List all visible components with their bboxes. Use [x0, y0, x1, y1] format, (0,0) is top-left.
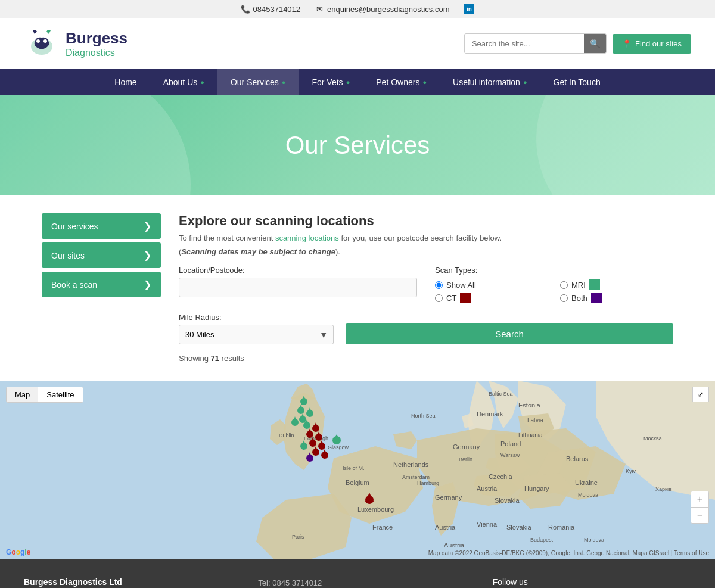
nav-item-contact[interactable]: Get In Touch — [540, 69, 614, 95]
map-zoom-in-button[interactable]: + — [691, 491, 708, 507]
svg-text:Dublin: Dublin — [279, 433, 294, 438]
nav-about-label: About Us — [163, 77, 198, 87]
svg-text:Czechia: Czechia — [489, 473, 513, 480]
svg-text:Berlin: Berlin — [459, 456, 472, 462]
svg-text:Belgium: Belgium — [346, 479, 369, 486]
radio-mri: MRI — [560, 279, 673, 290]
map-attribution: Map data ©2022 GeoBasis-DE/BKG (©2009), … — [428, 550, 709, 556]
scan-types-label: Scan Types: — [435, 266, 673, 275]
mri-color-swatch — [589, 279, 600, 290]
sidebar-item-our-sites[interactable]: Our sites ❯ — [42, 242, 161, 268]
sidebar-book-scan-label: Book a scan — [51, 280, 97, 290]
footer-contact-col: Tel: 0845 3714012 Email: enquiries@burge… — [258, 577, 456, 588]
svg-text:Poland: Poland — [500, 440, 521, 447]
phone-icon: 📞 — [241, 4, 250, 14]
map-svg: Estonia Latvia Lithuania Denmark Netherl… — [0, 381, 715, 559]
svg-text:Moldova: Moldova — [578, 492, 598, 498]
both-color-swatch — [591, 293, 602, 303]
footer-company-name: Burgess Diagnostics Ltd — [24, 577, 222, 587]
nav-useful-label: Useful information — [453, 77, 520, 87]
ct-color-swatch — [460, 293, 471, 303]
map-tab-map[interactable]: Map — [7, 387, 38, 402]
form-row-1: Location/Postcode: Scan Types: Show All … — [179, 266, 673, 303]
radio-ct-label: CT — [446, 294, 456, 303]
search-submit-button[interactable]: 🔍 — [584, 34, 606, 53]
radio-both-input[interactable] — [560, 294, 568, 302]
email-icon: ✉ — [315, 4, 324, 14]
map-expand-button[interactable]: ⤢ — [692, 387, 709, 402]
mile-row: Mile Radius: 5 Miles 10 Miles 20 Miles 3… — [179, 313, 673, 344]
google-logo: Google — [6, 548, 30, 556]
footer-tel: Tel: 0845 3714012 — [258, 577, 456, 588]
sidebar-our-sites-label: Our sites — [51, 251, 85, 260]
svg-text:Glasgow: Glasgow — [328, 444, 349, 450]
logo[interactable]: Burgess Diagnostics — [24, 26, 128, 61]
footer-social-col: Follow us in Burgess Diagnostics Ltd 202… — [493, 577, 691, 588]
content-area: Explore our scanning locations To find t… — [179, 213, 673, 363]
logo-diagnostics: Diagnostics — [66, 48, 128, 58]
svg-text:Germany: Germany — [435, 494, 462, 501]
sidebar-item-our-services[interactable]: Our services ❯ — [42, 213, 161, 239]
svg-text:Lithuania: Lithuania — [518, 432, 543, 438]
svg-text:Romania: Romania — [548, 524, 575, 531]
svg-text:Austria: Austria — [477, 485, 498, 492]
explore-title: Explore our scanning locations — [179, 213, 673, 229]
nav-item-vets[interactable]: For Vets ● — [299, 69, 363, 95]
svg-text:Isle of M.: Isle of M. — [343, 465, 365, 471]
search-button[interactable]: Search — [346, 323, 673, 344]
nav-item-home[interactable]: Home — [101, 69, 150, 95]
header-right: 🔍 📍 Find our sites — [464, 33, 691, 54]
map-tabs: Map Satellite — [6, 387, 83, 403]
nav-item-services[interactable]: Our Services ● — [217, 69, 299, 95]
svg-text:Belarus: Belarus — [566, 455, 589, 462]
radio-mri-input[interactable] — [560, 281, 568, 289]
mile-select[interactable]: 5 Miles 10 Miles 20 Miles 30 Miles 50 Mi… — [179, 325, 334, 344]
phone-item: 📞 08453714012 — [241, 4, 301, 14]
radio-show-all: Show All — [435, 279, 548, 290]
nav-item-pet-owners[interactable]: Pet Owners ● — [363, 69, 440, 95]
footer-tel-label: Tel: — [258, 578, 270, 587]
map-container: Map Satellite ⤢ — [0, 381, 715, 559]
svg-point-2 — [43, 39, 47, 43]
radio-show-all-label: Show All — [446, 281, 476, 290]
map-zoom-out-button[interactable]: − — [691, 507, 708, 523]
nav-vets-arrow: ● — [346, 79, 350, 86]
scan-types-group: Scan Types: Show All MRI CT — [435, 266, 673, 303]
find-sites-button[interactable]: 📍 Find our sites — [613, 34, 691, 54]
mile-select-wrapper: 5 Miles 10 Miles 20 Miles 30 Miles 50 Mi… — [179, 325, 334, 344]
find-sites-label: Find our sites — [635, 39, 682, 48]
footer-company-col: Burgess Diagnostics Ltd Oak House, 317 G… — [24, 577, 222, 588]
nav-pet-label: Pet Owners — [376, 77, 419, 87]
svg-text:Denmark: Denmark — [477, 410, 503, 418]
nav-item-about[interactable]: About Us ● — [150, 69, 217, 95]
radio-mri-label: MRI — [571, 281, 586, 290]
svg-point-1 — [36, 39, 40, 43]
sidebar-book-scan-arrow: ❯ — [144, 279, 151, 290]
map-tab-satellite[interactable]: Satellite — [38, 387, 82, 402]
footer-follow-label: Follow us — [493, 577, 691, 587]
scan-note-text: Scanning dates may be subject to change — [181, 247, 335, 256]
email-item: ✉ enquiries@burgessdiagnostics.com — [315, 4, 449, 14]
search-input[interactable] — [465, 35, 584, 53]
nav-item-useful[interactable]: Useful information ● — [440, 69, 540, 95]
header: Burgess Diagnostics 🔍 📍 Find our sites — [0, 18, 715, 69]
linkedin-icon[interactable]: in — [464, 4, 474, 14]
nav-vets-label: For Vets — [312, 77, 343, 87]
scanning-link[interactable]: scanning locations — [275, 234, 339, 242]
sidebar-item-book-scan[interactable]: Book a scan ❯ — [42, 272, 161, 297]
logo-text: Burgess Diagnostics — [66, 29, 128, 58]
svg-text:Slovakia: Slovakia — [495, 497, 520, 504]
svg-text:Netherlands: Netherlands — [393, 461, 429, 468]
footer-tel-value: 0845 3714012 — [272, 578, 322, 587]
nav-home-label: Home — [114, 77, 136, 87]
email-address: enquiries@burgessdiagnostics.com — [327, 5, 449, 14]
svg-text:Slovakia: Slovakia — [506, 524, 531, 531]
svg-text:Austria: Austria — [435, 524, 456, 531]
explore-subtitle: To find the most convenient scanning loc… — [179, 234, 673, 242]
mile-group: Mile Radius: 5 Miles 10 Miles 20 Miles 3… — [179, 313, 334, 344]
radio-show-all-input[interactable] — [435, 281, 443, 289]
svg-text:Austria: Austria — [444, 542, 465, 549]
svg-text:Vienna: Vienna — [477, 521, 498, 528]
location-input[interactable] — [179, 278, 417, 297]
radio-ct-input[interactable] — [435, 294, 443, 302]
